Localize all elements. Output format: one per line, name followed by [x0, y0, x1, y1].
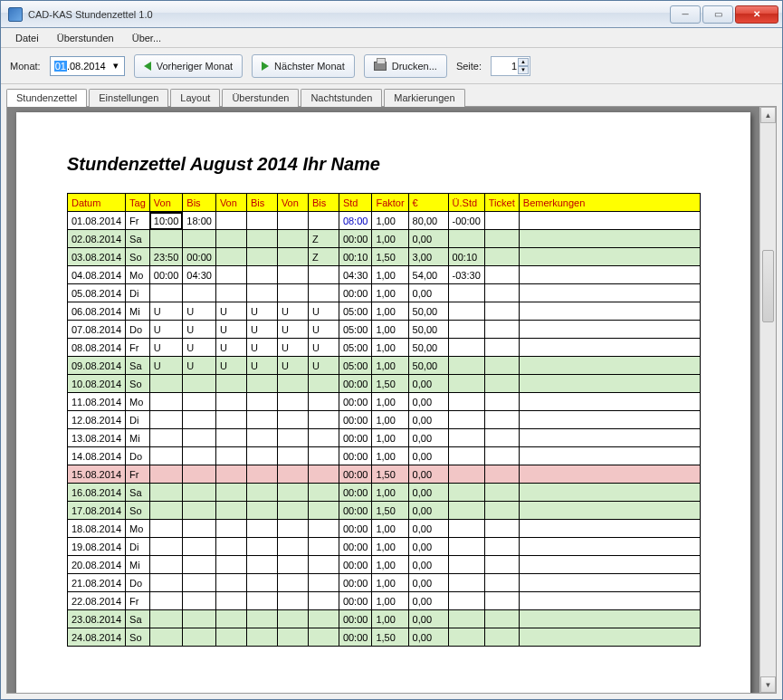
cell[interactable]: Do: [126, 574, 150, 592]
cell[interactable]: [246, 375, 277, 393]
cell[interactable]: 17.08.2014: [68, 502, 126, 520]
cell[interactable]: [246, 465, 277, 484]
cell[interactable]: 1,00: [372, 266, 408, 284]
cell[interactable]: 1,00: [372, 212, 408, 230]
cell[interactable]: 1,00: [372, 447, 408, 465]
cell[interactable]: [484, 610, 519, 628]
cell[interactable]: [519, 628, 700, 647]
cell[interactable]: Mi: [126, 556, 150, 574]
cell[interactable]: [448, 538, 484, 556]
cell[interactable]: [308, 465, 339, 484]
cell[interactable]: 15.08.2014: [68, 465, 126, 484]
cell[interactable]: 00:00: [339, 411, 372, 429]
cell[interactable]: 0,00: [408, 429, 448, 447]
cell[interactable]: 00:10: [339, 248, 372, 266]
col-header[interactable]: Von: [277, 194, 308, 212]
cell[interactable]: 1,00: [372, 284, 408, 302]
cell[interactable]: [448, 628, 484, 647]
cell[interactable]: Sa: [126, 484, 150, 502]
cell[interactable]: 00:00: [339, 429, 372, 447]
cell[interactable]: 0,00: [408, 484, 448, 502]
cell[interactable]: 0,00: [408, 502, 448, 520]
cell[interactable]: 0,00: [408, 393, 448, 411]
cell[interactable]: [149, 465, 183, 484]
cell[interactable]: Do: [126, 447, 150, 465]
minimize-button[interactable]: ─: [670, 5, 701, 24]
cell[interactable]: 16.08.2014: [68, 484, 126, 502]
cell[interactable]: 05:00: [339, 302, 372, 321]
cell[interactable]: 1,00: [372, 520, 408, 538]
cell[interactable]: [277, 375, 308, 393]
cell[interactable]: [448, 520, 484, 538]
cell[interactable]: [183, 230, 216, 248]
cell[interactable]: [183, 538, 216, 556]
cell[interactable]: 1,00: [372, 339, 408, 357]
cell[interactable]: [519, 411, 700, 429]
scroll-track[interactable]: [760, 123, 776, 676]
cell[interactable]: 1,00: [372, 484, 408, 502]
cell[interactable]: [519, 284, 700, 302]
cell[interactable]: [246, 284, 277, 302]
close-button[interactable]: ✕: [735, 5, 778, 24]
cell[interactable]: [519, 520, 700, 538]
cell[interactable]: [519, 375, 700, 393]
cell[interactable]: [215, 212, 246, 230]
cell[interactable]: [215, 411, 246, 429]
cell[interactable]: [519, 592, 700, 610]
cell[interactable]: [484, 339, 519, 357]
cell[interactable]: [308, 574, 339, 592]
cell[interactable]: [215, 502, 246, 520]
cell[interactable]: [519, 610, 700, 628]
cell[interactable]: [215, 610, 246, 628]
cell[interactable]: 07.08.2014: [68, 321, 126, 339]
cell[interactable]: [149, 230, 183, 248]
cell[interactable]: [183, 411, 216, 429]
cell[interactable]: 1,50: [372, 248, 408, 266]
cell[interactable]: 54,00: [408, 266, 448, 284]
cell[interactable]: [484, 502, 519, 520]
cell[interactable]: 1,00: [372, 230, 408, 248]
col-header[interactable]: Von: [149, 194, 183, 212]
cell[interactable]: [183, 628, 216, 647]
cell[interactable]: [246, 447, 277, 465]
cell[interactable]: U: [149, 357, 183, 375]
cell[interactable]: [277, 447, 308, 465]
menu-ueber[interactable]: Über...: [123, 31, 170, 45]
cell[interactable]: [277, 266, 308, 284]
cell[interactable]: [149, 284, 183, 302]
cell[interactable]: 04:30: [183, 266, 216, 284]
cell[interactable]: U: [246, 357, 277, 375]
cell[interactable]: 23:50: [149, 248, 183, 266]
cell[interactable]: U: [246, 321, 277, 339]
cell[interactable]: 00:00: [339, 465, 372, 484]
spin-up-icon[interactable]: ▲: [518, 58, 529, 66]
cell[interactable]: [277, 212, 308, 230]
cell[interactable]: 0,00: [408, 610, 448, 628]
col-header[interactable]: Faktor: [372, 194, 408, 212]
cell[interactable]: 05:00: [339, 357, 372, 375]
cell[interactable]: [484, 556, 519, 574]
cell[interactable]: U: [308, 339, 339, 357]
cell[interactable]: Fr: [126, 465, 150, 484]
cell[interactable]: [183, 447, 216, 465]
cell[interactable]: [215, 592, 246, 610]
cell[interactable]: 18:00: [183, 212, 216, 230]
cell[interactable]: [246, 538, 277, 556]
cell[interactable]: [308, 538, 339, 556]
cell[interactable]: U: [149, 339, 183, 357]
scroll-up-icon[interactable]: ▲: [760, 107, 776, 123]
cell[interactable]: [448, 556, 484, 574]
col-header[interactable]: Bis: [246, 194, 277, 212]
cell[interactable]: 1,00: [372, 393, 408, 411]
cell[interactable]: Sa: [126, 357, 150, 375]
cell[interactable]: [277, 628, 308, 647]
titlebar[interactable]: CAD-KAS Stundenzettel 1.0 ─ ▭ ✕: [1, 1, 782, 28]
cell[interactable]: [246, 248, 277, 266]
cell[interactable]: 1,00: [372, 556, 408, 574]
cell[interactable]: 00:10: [448, 248, 484, 266]
cell[interactable]: Di: [126, 284, 150, 302]
tab-layout[interactable]: Layout: [170, 89, 220, 107]
cell[interactable]: [277, 610, 308, 628]
cell[interactable]: 20.08.2014: [68, 556, 126, 574]
cell[interactable]: [149, 628, 183, 647]
